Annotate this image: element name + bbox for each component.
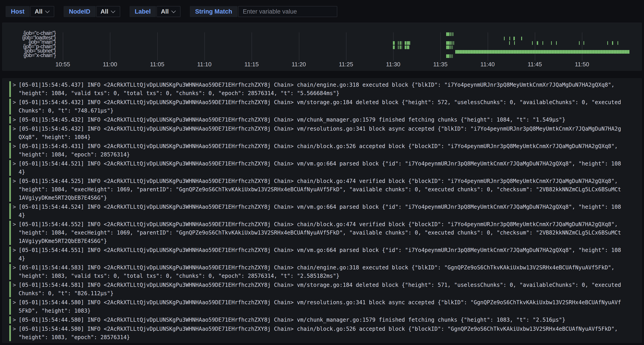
- chevron-right-icon[interactable]: >: [13, 177, 17, 202]
- log-volume-mark-c-chain: [450, 32, 450, 36]
- log-row[interactable]: >[05-01|15:54:44.580] INFO <2AcRkXTLLtQj…: [9, 298, 642, 315]
- log-volume-mark-main: [405, 41, 406, 45]
- log-volume-mark-x-chain: [451, 54, 452, 58]
- log-message: [05-01|15:54:45.432] INFO <2AcRkXTLLtQjv…: [18, 125, 622, 141]
- log-message: [05-01|15:54:45.431] INFO <2AcRkXTLLtQjv…: [18, 142, 622, 159]
- chevron-right-icon[interactable]: >: [13, 125, 17, 141]
- log-volume-mark-loadtest: [504, 37, 505, 40]
- log-volume-mark-main: [407, 41, 409, 45]
- log-row[interactable]: >[05-01|15:54:44.521] INFO <2AcRkXTLLtQj…: [9, 160, 642, 176]
- nodeid-select[interactable]: All: [96, 6, 120, 17]
- series-labels: {job="c-chain"}{job="loadtest"}{job="mai…: [7, 31, 56, 57]
- log-message: [05-01|15:54:44.580] INFO <2AcRkXTLLtQjv…: [18, 316, 622, 324]
- log-row[interactable]: >[05-01|15:54:45.432] INFO <2AcRkXTLLtQj…: [9, 116, 642, 124]
- log-message: [05-01|15:54:44.551] INFO <2AcRkXTLLtQjv…: [18, 246, 622, 263]
- log-level-bar: [9, 99, 11, 115]
- variable-nodeid: NodeID All: [64, 6, 120, 17]
- label-select[interactable]: All: [156, 6, 180, 17]
- gridline: [63, 32, 63, 61]
- log-level-bar: [9, 81, 11, 97]
- log-level-bar: [9, 299, 11, 315]
- string-match-input[interactable]: [238, 6, 337, 17]
- chevron-down-icon: [171, 8, 176, 13]
- log-level-bar: [9, 247, 11, 262]
- series-label: {job="x-chain"}: [7, 53, 56, 58]
- variable-label-label: Label: [130, 6, 156, 17]
- chevron-right-icon[interactable]: >: [13, 160, 17, 176]
- log-row[interactable]: >[05-01|15:54:44.580] INFO <2AcRkXTLLtQj…: [9, 325, 642, 342]
- log-level-bar: [9, 125, 11, 141]
- gridline: [346, 32, 346, 61]
- log-volume-mark-loadtest: [514, 37, 515, 40]
- variable-host: Host All: [6, 6, 54, 17]
- log-volume-mark-c-chain: [451, 32, 452, 36]
- log-volume-mark-c-chain: [452, 32, 452, 36]
- log-volume-mark-p-chain: [400, 45, 401, 49]
- log-volume-mark-main: [509, 41, 510, 45]
- log-message: [05-01|15:54:44.521] INFO <2AcRkXTLLtQjv…: [18, 160, 622, 176]
- log-volume-plot[interactable]: 10:5511:0011:0511:1011:1511:2011:2511:30…: [2, 23, 642, 70]
- log-level-bar: [9, 325, 11, 341]
- chevron-right-icon[interactable]: >: [13, 142, 17, 159]
- log-volume-mark-main: [542, 41, 543, 45]
- log-row[interactable]: >[05-01|15:54:44.525] INFO <2AcRkXTLLtQj…: [9, 177, 642, 202]
- log-volume-mark-x-chain: [450, 54, 450, 58]
- log-row[interactable]: >[05-01|15:54:44.580] INFO <2AcRkXTLLtQj…: [9, 316, 642, 324]
- log-message: [05-01|15:54:44.525] INFO <2AcRkXTLLtQjv…: [18, 177, 622, 202]
- log-message: [05-01|15:54:45.432] INFO <2AcRkXTLLtQjv…: [18, 98, 622, 115]
- log-volume-mark-p-chain: [398, 45, 398, 49]
- log-volume-mark-p-chain: [393, 45, 395, 49]
- chevron-right-icon[interactable]: >: [13, 281, 17, 298]
- log-volume-mark-main: [551, 41, 552, 45]
- log-row[interactable]: >[05-01|15:54:45.437] INFO <2AcRkXTLLtQj…: [9, 81, 642, 98]
- x-axis-tick-label: 11:00: [96, 61, 124, 68]
- chevron-right-icon[interactable]: >: [13, 246, 17, 263]
- log-volume-mark-x-chain: [452, 54, 453, 58]
- log-row[interactable]: >[05-01|15:54:44.581] INFO <2AcRkXTLLtQj…: [9, 281, 642, 298]
- x-axis-tick-label: 11:05: [144, 61, 171, 68]
- chevron-right-icon[interactable]: >: [13, 298, 17, 315]
- log-volume-panel: 10:5511:0011:0511:1011:1511:2011:2511:30…: [2, 23, 642, 71]
- chevron-down-icon: [111, 8, 115, 13]
- log-row[interactable]: >[05-01|15:54:45.431] INFO <2AcRkXTLLtQj…: [9, 142, 642, 159]
- log-row[interactable]: >[05-01|15:54:45.432] INFO <2AcRkXTLLtQj…: [9, 98, 642, 115]
- log-volume-mark-main: [450, 41, 451, 45]
- log-volume-mark-x-chain: [446, 54, 449, 58]
- variable-bar: Host All NodeID All Label All String Mat…: [6, 6, 642, 17]
- chevron-right-icon[interactable]: >: [13, 264, 17, 280]
- log-row[interactable]: >[05-01|15:54:45.432] INFO <2AcRkXTLLtQj…: [9, 125, 642, 141]
- log-volume-mark-c-chain: [453, 32, 454, 36]
- chevron-down-icon: [45, 8, 50, 13]
- host-select[interactable]: All: [30, 6, 54, 17]
- log-message: [05-01|15:54:45.437] INFO <2AcRkXTLLtQjv…: [18, 81, 622, 98]
- chevron-right-icon[interactable]: >: [13, 116, 17, 124]
- x-axis-tick-label: 11:35: [427, 61, 454, 68]
- log-volume-mark-main: [446, 41, 450, 45]
- log-volume-mark-p-chain: [452, 45, 453, 49]
- chevron-right-icon[interactable]: >: [13, 325, 17, 342]
- log-row[interactable]: >[05-01|15:54:44.552] INFO <2AcRkXTLLtQj…: [9, 220, 642, 245]
- log-list: >[05-01|15:54:45.437] INFO <2AcRkXTLLtQj…: [9, 81, 642, 342]
- log-volume-mark-p-chain: [451, 45, 452, 49]
- log-volume-mark-main: [398, 41, 398, 45]
- gridline: [488, 32, 488, 61]
- logs-panel: >[05-01|15:54:45.437] INFO <2AcRkXTLLtQj…: [2, 78, 642, 343]
- log-row[interactable]: >[05-01|15:54:44.524] INFO <2AcRkXTLLtQj…: [9, 203, 642, 220]
- x-axis-tick-label: 11:25: [332, 61, 360, 68]
- log-volume-mark-main: [607, 41, 608, 45]
- x-axis-tick-label: 11:30: [380, 61, 407, 68]
- chevron-right-icon[interactable]: >: [13, 98, 17, 115]
- nodeid-select-value: All: [100, 8, 108, 15]
- chevron-right-icon[interactable]: >: [13, 81, 17, 98]
- log-volume-mark-main: [579, 41, 580, 45]
- log-volume-mark-main: [393, 41, 395, 45]
- log-row[interactable]: >[05-01|15:54:44.583] INFO <2AcRkXTLLtQj…: [9, 264, 642, 280]
- log-row[interactable]: >[05-01|15:54:44.551] INFO <2AcRkXTLLtQj…: [9, 246, 642, 263]
- log-volume-mark-p-chain: [446, 45, 449, 49]
- log-volume-mark-main: [410, 41, 410, 45]
- chevron-right-icon[interactable]: >: [13, 220, 17, 245]
- chevron-right-icon[interactable]: >: [13, 203, 17, 220]
- log-level-bar: [9, 203, 11, 219]
- host-select-value: All: [35, 8, 42, 15]
- chevron-right-icon[interactable]: >: [13, 316, 17, 324]
